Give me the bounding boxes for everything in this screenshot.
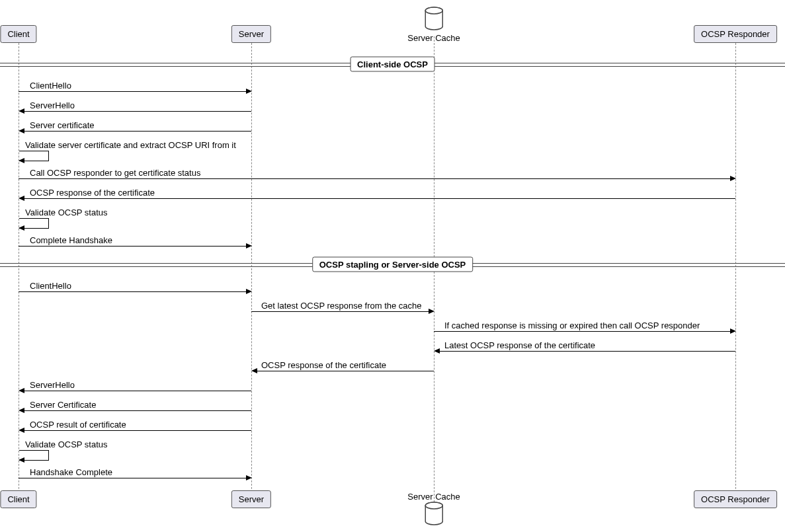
arrow-m11	[434, 331, 730, 332]
arrow-m5	[19, 178, 730, 179]
msg-server-cert-2: Server Certificate	[30, 400, 96, 410]
arrow-m18	[19, 478, 246, 478]
actor-cache-label-bottom: Server Cache	[407, 492, 460, 502]
actor-client-top: Client	[0, 25, 36, 43]
msg-serverhello-2: ServerHello	[30, 380, 75, 390]
arrow-m10	[251, 311, 429, 312]
arrow-m15	[24, 410, 251, 411]
arrow-head-m12	[434, 348, 440, 354]
msg-complete-handshake: Complete Handshake	[30, 235, 112, 245]
sequence-diagram: Client Server Server Cache OCSP Responde…	[0, 0, 785, 532]
msg-serverhello-1: ServerHello	[30, 100, 75, 110]
arrow-m13	[257, 371, 434, 371]
arrow-m6	[24, 198, 735, 199]
svg-point-3	[425, 502, 442, 509]
arrow-m2	[24, 111, 251, 112]
msg-clienthello-1: ClientHello	[30, 81, 71, 91]
arrow-head-m10	[429, 309, 434, 314]
svg-point-1	[425, 7, 442, 14]
arrow-head-m7	[19, 225, 24, 231]
arrow-head-m5	[730, 176, 736, 181]
arrow-m12	[439, 351, 735, 352]
arrow-m16	[24, 430, 251, 431]
msg-handshake-complete: Handshake Complete	[30, 467, 112, 477]
arrow-head-m13	[251, 368, 257, 373]
actor-ocsp-bottom: OCSP Responder	[694, 490, 777, 508]
actor-client-bottom: Client	[0, 490, 36, 508]
arrow-head-m6	[19, 196, 24, 201]
msg-get-cache: Get latest OCSP response from the cache	[261, 301, 422, 311]
msg-ocsp-response-1: OCSP response of the certificate	[30, 188, 155, 198]
msg-latest-ocsp-response: Latest OCSP response of the certificate	[444, 340, 595, 350]
arrow-head-m2	[19, 108, 24, 114]
arrow-head-m1	[246, 89, 252, 94]
arrow-m3	[24, 131, 251, 132]
arrow-head-m15	[19, 408, 24, 413]
arrow-head-m16	[19, 428, 24, 433]
arrow-m8	[19, 246, 246, 247]
msg-call-ocsp: Call OCSP responder to get certificate s…	[30, 168, 200, 178]
msg-if-expired-call-ocsp: If cached response is missing or expired…	[444, 321, 700, 330]
actor-ocsp-top: OCSP Responder	[694, 25, 777, 43]
arrow-head-m8	[246, 243, 252, 248]
arrow-head-m17	[19, 457, 24, 463]
actor-cache-label-top: Server Cache	[407, 33, 460, 43]
arrow-head-m3	[19, 128, 24, 133]
msg-server-cert-1: Server certificate	[30, 120, 95, 130]
arrow-head-m11	[730, 328, 736, 334]
msg-ocsp-result: OCSP result of certificate	[30, 420, 126, 430]
arrow-head-m9	[246, 289, 252, 294]
actor-cache-top: Server Cache	[407, 7, 460, 43]
msg-clienthello-2: ClientHello	[30, 281, 71, 291]
actor-server-top: Server	[231, 25, 271, 43]
lifeline-client	[19, 36, 19, 506]
arrow-m14	[24, 391, 251, 391]
arrow-m1	[19, 91, 246, 92]
arrow-head-m18	[246, 475, 252, 480]
divider-label-2: OCSP stapling or Server-side OCSP	[312, 257, 474, 272]
arrow-head-m14	[19, 388, 24, 393]
divider-label-1: Client-side OCSP	[350, 57, 435, 72]
lifeline-ocsp	[735, 36, 736, 506]
lifeline-server	[251, 36, 252, 506]
actor-cache-bottom: Server Cache	[407, 490, 460, 527]
msg-ocsp-response-2: OCSP response of the certificate	[261, 360, 386, 370]
msg-validate-extract: Validate server certificate and extract …	[25, 140, 236, 150]
msg-validate-ocsp-1: Validate OCSP status	[25, 208, 108, 217]
actor-server-bottom: Server	[231, 490, 271, 508]
arrow-m9	[19, 291, 246, 292]
msg-validate-ocsp-2: Validate OCSP status	[25, 439, 108, 449]
arrow-head-m4	[19, 158, 24, 163]
